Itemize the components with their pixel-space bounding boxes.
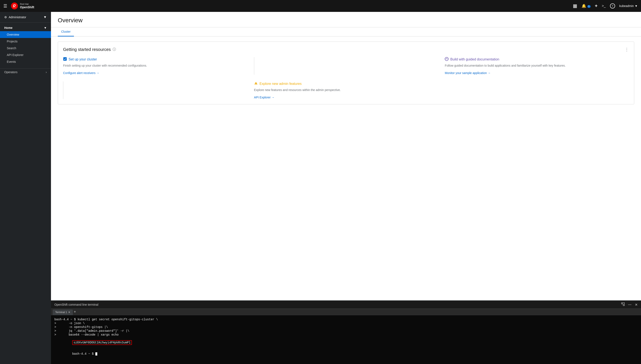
grid-icon[interactable]: ▦: [573, 3, 577, 9]
brand-bottom: OpenShift: [20, 6, 34, 9]
page-title: Overview: [58, 17, 634, 24]
divider-1: [254, 57, 254, 75]
navbar-right: ▦ 🔔 5 + >_ ? kubeadmin ▼: [573, 3, 637, 9]
resource-item-setup-header: Set up your cluster: [63, 57, 247, 62]
page-header: Overview: [51, 12, 641, 27]
terminal-tab-label: Terminal 1: [55, 311, 67, 314]
terminal-output-highlighted: sz8XvUWY0DOGt1Kchwyi4FHpkRn3umPl: [54, 337, 637, 348]
terminal-line-1: bash-4.4 ~ $ kubectl get secret openshif…: [54, 318, 637, 321]
user-name: kubeadmin: [619, 4, 634, 8]
home-section: Home ▼ Overview Projects Search API Expl…: [0, 23, 51, 67]
hamburger-icon[interactable]: ☰: [4, 4, 7, 8]
setup-link[interactable]: Configure alert receivers →: [63, 71, 247, 75]
api-explorer-label: API Explorer: [7, 53, 24, 57]
svg-point-3: [446, 59, 447, 60]
svg-rect-9: [623, 304, 624, 306]
admin-title[interactable]: Explore new admin features: [260, 82, 302, 86]
card-help-icon[interactable]: ⓘ: [113, 47, 116, 52]
brand-text: Red Hat OpenShift: [20, 3, 34, 9]
events-label: Events: [7, 60, 16, 64]
resource-item-admin-header: Explore new admin features: [254, 82, 438, 86]
sidebar-role-name: ⚙ Administrator: [4, 16, 26, 19]
svg-point-7: [256, 84, 256, 84]
setup-title[interactable]: Set up your cluster: [69, 58, 97, 61]
card-header: Getting started resources ⓘ ⋮: [63, 47, 629, 52]
terminal-expand-btn[interactable]: [621, 302, 625, 307]
sidebar-item-search[interactable]: Search: [0, 45, 51, 52]
terminal-title: OpenShift command line terminal: [54, 303, 98, 306]
tab-bar: Cluster: [51, 27, 641, 36]
terminal-body[interactable]: bash-4.4 ~ $ kubectl get secret openshif…: [51, 315, 641, 364]
sidebar-item-api-explorer[interactable]: API Explorer: [0, 52, 51, 58]
cluster-tab-label: Cluster: [61, 30, 71, 33]
sidebar-item-overview[interactable]: Overview: [0, 31, 51, 38]
resource-grid: Set up your cluster Finish setting up yo…: [63, 57, 629, 99]
svg-rect-8: [621, 303, 623, 304]
resource-item-guided: Build with guided documentation Follow g…: [445, 57, 629, 75]
guided-link[interactable]: Monitor your sample application →: [445, 71, 629, 75]
card-options-icon[interactable]: ⋮: [625, 47, 629, 52]
terminal-add-tab-btn[interactable]: +: [74, 310, 76, 314]
top-navbar: ☰ Red Hat OpenShift ▦ 🔔 5 + >_ ? kubeadm…: [0, 0, 641, 12]
user-menu[interactable]: kubeadmin ▼: [619, 4, 637, 8]
role-label: Administrator: [9, 16, 26, 19]
home-section-header[interactable]: Home ▼: [0, 24, 51, 31]
terminal-prompt: bash-4.4 ~ $: [72, 352, 95, 356]
brand: Red Hat OpenShift: [11, 2, 34, 10]
overview-content: Getting started resources ⓘ ⋮: [51, 36, 641, 110]
terminal-line-3: > -n openshift-gitops |\: [54, 326, 637, 329]
svg-point-4: [447, 58, 447, 59]
terminal-tab-1[interactable]: Terminal 1 ✕: [53, 310, 73, 315]
terminal-controls: — ✕: [621, 302, 637, 307]
sidebar-item-events[interactable]: Events: [0, 58, 51, 65]
terminal-password-output: sz8XvUWY0DOGt1Kchwyi4FHpkRn3umPl: [72, 340, 132, 345]
terminal-icon[interactable]: >_: [602, 4, 605, 8]
overview-label: Overview: [7, 33, 19, 36]
svg-point-5: [447, 59, 448, 60]
terminal-line-2: > -o json \: [54, 322, 637, 325]
resource-item-admin: Explore new admin features Explore new f…: [254, 82, 438, 99]
redhat-logo: [11, 2, 18, 10]
resource-item-guided-header: Build with guided documentation: [445, 57, 629, 62]
sidebar: ⚙ Administrator ▼ Home ▼ Overview Projec…: [0, 12, 51, 364]
admin-link[interactable]: API Explorer →: [254, 96, 438, 99]
admin-desc: Explore new features and resources withi…: [254, 88, 438, 92]
terminal-minimize-btn[interactable]: —: [628, 302, 631, 307]
terminal-line-4: > jq '.data["admin.password"]' -r |\: [54, 329, 637, 332]
operators-section[interactable]: Operators ›: [0, 68, 51, 76]
notification-icon[interactable]: 🔔 5: [581, 4, 591, 8]
home-label: Home: [4, 26, 13, 30]
help-icon[interactable]: ?: [610, 4, 615, 8]
resource-item-setup: Set up your cluster Finish setting up yo…: [63, 57, 247, 75]
guided-title[interactable]: Build with guided documentation: [450, 58, 499, 61]
terminal-container: OpenShift command line terminal — ✕ Term…: [51, 300, 641, 364]
terminal-close-btn[interactable]: ✕: [635, 302, 637, 307]
projects-label: Projects: [7, 40, 18, 43]
sidebar-item-projects[interactable]: Projects: [0, 38, 51, 45]
operators-label: Operators: [4, 70, 18, 74]
guided-desc: Follow guided documentation to build app…: [445, 64, 629, 68]
add-icon[interactable]: +: [595, 3, 598, 9]
terminal-line-5: > base64 --decode | xargs echo: [54, 333, 637, 336]
brand-top: Red Hat: [20, 3, 34, 6]
notification-badge: 5: [587, 5, 591, 8]
tab-cluster[interactable]: Cluster: [58, 27, 74, 36]
terminal-tab-close-icon[interactable]: ✕: [68, 311, 70, 314]
search-label: Search: [7, 46, 16, 50]
admin-icon: [254, 82, 258, 86]
operators-chevron-icon: ›: [46, 70, 47, 74]
divider-2: [63, 82, 63, 99]
gear-icon: ⚙: [4, 16, 7, 19]
terminal-tabs: Terminal 1 ✕ +: [51, 309, 641, 315]
card-title: Getting started resources ⓘ: [63, 47, 116, 52]
getting-started-card: Getting started resources ⓘ ⋮: [58, 42, 634, 104]
navbar-left: ☰ Red Hat OpenShift: [4, 2, 34, 10]
setup-icon: [63, 57, 67, 62]
sidebar-role[interactable]: ⚙ Administrator ▼: [0, 12, 51, 23]
terminal-prompt-line: bash-4.4 ~ $: [54, 349, 637, 359]
content-area: Overview Cluster Getting started resourc…: [51, 12, 641, 300]
home-chevron-icon: ▼: [44, 26, 47, 30]
user-dropdown-icon: ▼: [635, 4, 637, 8]
svg-point-2: [445, 57, 448, 61]
guided-icon: [445, 57, 449, 62]
